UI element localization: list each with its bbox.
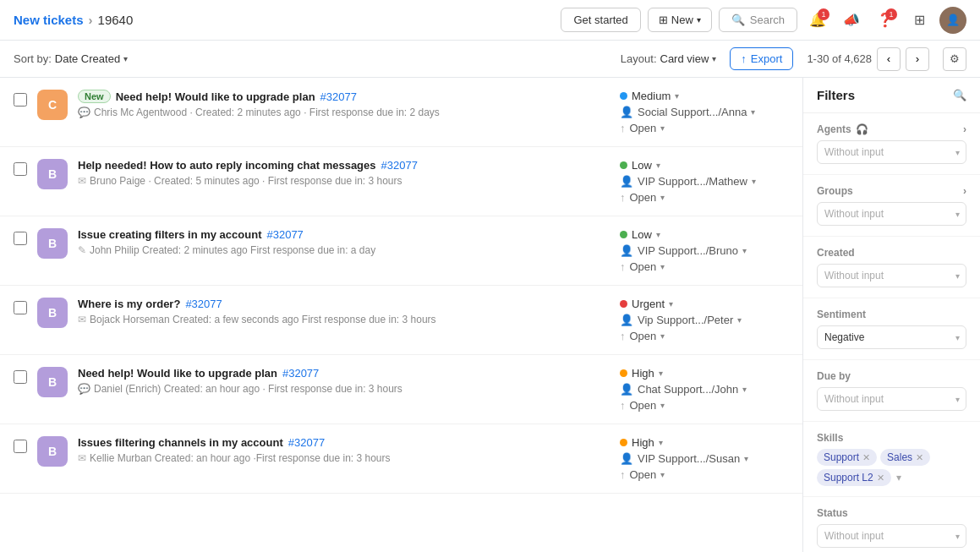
created-select[interactable]: Without input [817,264,966,287]
person-icon: 👤 [620,314,633,326]
due-by-select[interactable]: Without input [817,387,966,411]
ticket-meta-text: Chris Mc Agentwood · Created: 2 minutes … [94,107,440,118]
assignee-value: Social Support.../Anna [638,106,747,118]
priority-value: High [632,367,654,380]
ticket-right: Medium ▾ 👤 Social Support.../Anna ▾ ↑ Op… [620,90,789,134]
priority-selector[interactable]: High ▾ [620,367,663,380]
ticket-avatar: B [37,159,68,189]
agents-select[interactable]: Without input [817,140,966,164]
ticket-row[interactable]: B Help needed! How to auto reply incomin… [0,147,802,216]
status-selector[interactable]: ↑ Open ▾ [620,399,665,412]
ticket-main: New Need help! Would like to upgrade pla… [78,90,610,118]
ticket-title: Where is my order? [78,298,180,310]
ticket-row[interactable]: B Issues filtering channels in my accoun… [0,424,802,494]
breadcrumb-link[interactable]: New tickets [14,13,84,27]
ticket-right: Low ▾ 👤 VIP Support.../Mathew ▾ ↑ Open ▾ [620,159,789,204]
next-page-button[interactable]: › [906,47,929,71]
chevron-right-icon: › [916,52,919,65]
layout-selector[interactable]: Layout: Card view ▾ [621,52,716,65]
status-selector[interactable]: ↑ Open ▾ [620,468,665,481]
meta-channel-icon: ✎ [78,244,86,256]
ticket-meta: ✉ Kellie Murban Created: an hour ago ·Fi… [78,452,610,464]
ticket-checkbox[interactable] [14,370,27,384]
notifications-button[interactable]: 🔔 1 [804,7,831,34]
status-selector[interactable]: ↑ Open ▾ [620,191,665,204]
assignee-value: VIP Support.../Mathew [638,175,747,188]
meta-channel-icon: ✉ [78,314,86,325]
assignee-selector[interactable]: 👤 Chat Support.../John ▾ [620,383,747,396]
skill-tag[interactable]: Support✕ [817,449,877,466]
skill-tag[interactable]: Support L2✕ [817,469,891,486]
status-selector[interactable]: ↑ Open ▾ [620,122,665,134]
filter-status-section: Status Without input [803,497,980,552]
assignee-selector[interactable]: 👤 VIP Support.../Mathew ▾ [620,175,756,188]
ticket-title-row: New Need help! Would like to upgrade pla… [78,90,610,103]
priority-dot-icon [620,300,627,308]
assignee-selector[interactable]: 👤 VIP Support.../Bruno ▾ [620,244,747,257]
assignee-selector[interactable]: 👤 Social Support.../Anna ▾ [620,106,755,118]
status-value: Open [630,468,657,481]
priority-caret-icon: ▾ [659,369,663,378]
ticket-meta-text: Daniel (Enrich) Created: an hour ago · F… [94,383,402,395]
skill-tag-remove-icon[interactable]: ✕ [916,452,923,463]
priority-selector[interactable]: High ▾ [620,436,663,449]
filter-skills-section: Skills Support✕Sales✕Support L2✕▾ [803,422,980,497]
announcements-button[interactable]: 📣 [838,7,865,34]
ticket-checkbox[interactable] [14,232,27,245]
status-selector[interactable]: ↑ Open ▾ [620,260,665,273]
ticket-avatar: B [37,228,68,259]
priority-selector[interactable]: Low ▾ [620,159,660,172]
priority-selector[interactable]: Medium ▾ [620,90,679,102]
ticket-title: Help needed! How to auto reply incoming … [78,159,376,172]
ticket-checkbox[interactable] [14,93,27,107]
ticket-number: #32077 [266,228,303,241]
status-selector[interactable]: ↑ Open ▾ [620,330,665,342]
filter-toggle-button[interactable]: ⚙ [943,47,966,71]
ticket-checkbox[interactable] [14,440,27,453]
priority-caret-icon: ▾ [656,161,660,170]
ticket-row[interactable]: B Need help! Would like to upgrade plan … [0,355,802,424]
ticket-number: #32077 [320,90,357,103]
ticket-checkbox[interactable] [14,301,27,314]
ticket-checkbox[interactable] [14,162,27,176]
ticket-row[interactable]: B Issue creating filters in my account #… [0,216,802,286]
avatar[interactable]: 👤 [939,7,966,34]
ticket-title-row: Help needed! How to auto reply incoming … [78,159,610,172]
skill-tag-remove-icon[interactable]: ✕ [862,452,870,463]
new-button[interactable]: ⊞ New ▾ [648,8,712,32]
filter-search-icon[interactable]: 🔍 [953,89,966,101]
sentiment-select[interactable]: Negative Positive Neutral Without input [817,325,966,349]
sentiment-label: Sentiment [817,309,966,320]
ticket-avatar: B [37,298,68,328]
skill-tag[interactable]: Sales✕ [880,449,930,466]
sub-bar: Sort by: Date Created ▾ Layout: Card vie… [0,41,980,78]
status-value: Open [630,191,657,204]
groups-label: Groups › [817,185,966,197]
help-button[interactable]: ❓ 1 [872,7,899,34]
status-select[interactable]: Without input [817,524,966,548]
get-started-button[interactable]: Get started [561,8,640,32]
assignee-caret-icon: ▾ [744,454,748,463]
person-icon: 👤 [620,383,633,396]
ticket-title-row: Where is my order? #32077 [78,298,610,310]
priority-value: Low [632,159,652,172]
sort-by-selector[interactable]: Sort by: Date Created ▾ [14,52,128,65]
ticket-main: Where is my order? #32077 ✉ Bojack Horse… [78,298,610,325]
search-button[interactable]: 🔍 Search [719,8,797,32]
skill-tag-remove-icon[interactable]: ✕ [877,473,884,484]
ticket-row[interactable]: C New Need help! Would like to upgrade p… [0,78,802,147]
ticket-row[interactable]: B Where is my order? #32077 ✉ Bojack Hor… [0,286,802,355]
groups-select[interactable]: Without input [817,202,966,226]
ticket-title-row: Need help! Would like to upgrade plan #3… [78,367,610,380]
prev-page-button[interactable]: ‹ [877,47,901,71]
priority-selector[interactable]: Low ▾ [620,228,660,241]
apps-button[interactable]: ⊞ [906,7,933,34]
meta-channel-icon: 💬 [78,383,90,395]
export-button[interactable]: ↑ Export [730,47,793,70]
assignee-selector[interactable]: 👤 VIP Support.../Susan ▾ [620,452,748,465]
assignee-selector[interactable]: 👤 Vip Support.../Peter ▾ [620,314,742,326]
ticket-meta-text: Kellie Murban Created: an hour ago ·Firs… [90,452,391,464]
priority-selector[interactable]: Urgent ▾ [620,298,673,310]
skills-expand-icon[interactable]: ▾ [896,472,901,484]
status-label: Status [817,507,966,519]
